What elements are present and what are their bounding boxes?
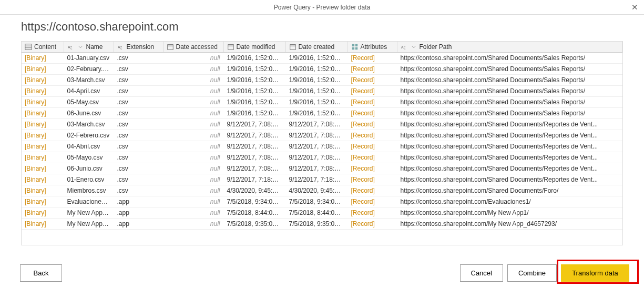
table-row[interactable]: [Binary]My New App.app.appnull7/5/2018, … — [22, 207, 622, 219]
table-row[interactable]: [Binary]06-June.csv.csvnull1/9/2016, 1:5… — [22, 108, 622, 119]
date-icon — [289, 43, 297, 51]
cell-content[interactable]: [Binary] — [22, 53, 64, 64]
table-row[interactable]: [Binary]01-Enero.csv.csvnull9/12/2017, 7… — [22, 174, 622, 185]
cell-content[interactable]: [Binary] — [22, 185, 64, 196]
col-header-attributes[interactable]: Attributes — [347, 42, 397, 53]
table-row[interactable]: [Binary]Miembros.csv.csvnull4/30/2020, 9… — [22, 185, 622, 196]
cell-attributes[interactable]: [Record] — [347, 207, 397, 219]
table-row[interactable]: [Binary]01-January.csv.csvnull1/9/2016, … — [22, 53, 622, 64]
cell-attributes[interactable]: [Record] — [347, 141, 397, 152]
cell-date-accessed: null — [163, 152, 223, 163]
back-button[interactable]: Back — [20, 264, 62, 282]
svg-rect-9 — [167, 45, 173, 50]
transform-data-button[interactable]: Transform data — [561, 264, 629, 282]
cell-attributes[interactable]: [Record] — [347, 108, 397, 119]
cell-date-modified: 9/12/2017, 7:08:00 AM — [223, 152, 285, 163]
table-row[interactable]: [Binary]04-Abril.csv.csvnull9/12/2017, 7… — [22, 141, 622, 152]
cell-date-created: 9/12/2017, 7:08:00 A... — [285, 163, 347, 174]
cell-date-accessed: null — [163, 119, 223, 130]
cancel-button[interactable]: Cancel — [460, 264, 503, 282]
col-header-content[interactable]: Content — [22, 42, 64, 53]
cell-date-modified: 1/9/2016, 1:52:00 PM — [223, 97, 285, 108]
cell-attributes[interactable]: [Record] — [347, 97, 397, 108]
preview-table-container: Content ABC Name ABC Extension Date acce… — [21, 41, 623, 245]
cell-date-modified: 1/9/2016, 1:52:00 PM — [223, 86, 285, 97]
cell-attributes[interactable]: [Record] — [347, 163, 397, 174]
cell-extension: .csv — [114, 152, 163, 163]
cell-date-modified: 9/12/2017, 7:08:00 AM — [223, 141, 285, 152]
table-row[interactable]: [Binary]04-April.csv.csvnull1/9/2016, 1:… — [22, 86, 622, 97]
cell-date-created: 1/9/2016, 1:52:00 PM — [285, 64, 347, 75]
abc-icon: ABC — [67, 43, 75, 51]
cell-date-modified: 1/9/2016, 1:52:00 PM — [223, 53, 285, 64]
cell-extension: .app — [114, 207, 163, 219]
table-row[interactable]: [Binary]02-February.csv.csvnull1/9/2016,… — [22, 64, 622, 75]
date-icon — [227, 43, 234, 51]
table-row[interactable]: [Binary]05-Mayo.csv.csvnull9/12/2017, 7:… — [22, 152, 622, 163]
cell-attributes[interactable]: [Record] — [347, 174, 397, 185]
cell-date-created: 1/9/2016, 1:52:00 PM — [285, 97, 347, 108]
cell-content[interactable]: [Binary] — [22, 207, 64, 219]
cell-folder-path: https://contoso.sharepoint.com/Shared Do… — [397, 75, 622, 86]
table-row[interactable]: [Binary]Evaluaciones.app.appnull7/5/2018… — [22, 196, 622, 207]
cell-date-modified: 7/5/2018, 9:34:00 AM — [223, 196, 285, 207]
svg-text:C: C — [70, 47, 72, 50]
cell-attributes[interactable]: [Record] — [347, 185, 397, 196]
col-header-folder-path[interactable]: ABC Folder Path — [397, 42, 622, 53]
cell-extension: .csv — [114, 97, 163, 108]
cell-content[interactable]: [Binary] — [22, 196, 64, 207]
cell-content[interactable]: [Binary] — [22, 163, 64, 174]
col-header-extension[interactable]: ABC Extension — [114, 42, 163, 53]
cell-extension: .csv — [114, 119, 163, 130]
col-header-date-created[interactable]: Date created — [285, 42, 347, 53]
cell-folder-path: https://contoso.sharepoint.com/My New Ap… — [397, 219, 622, 230]
cell-attributes[interactable]: [Record] — [347, 75, 397, 86]
cell-extension: .csv — [114, 163, 163, 174]
cell-extension: .csv — [114, 141, 163, 152]
col-header-name[interactable]: ABC Name — [64, 42, 114, 53]
table-row[interactable]: [Binary]05-May.csv.csvnull1/9/2016, 1:52… — [22, 97, 622, 108]
cell-content[interactable]: [Binary] — [22, 119, 64, 130]
cell-extension: .csv — [114, 174, 163, 185]
table-row[interactable]: [Binary]My New App.app.appnull7/5/2018, … — [22, 219, 622, 230]
cell-attributes[interactable]: [Record] — [347, 64, 397, 75]
cell-date-modified: 4/30/2020, 9:45:00 AM — [223, 185, 285, 196]
cell-date-modified: 9/12/2017, 7:08:00 AM — [223, 119, 285, 130]
close-icon[interactable]: ✕ — [628, 1, 641, 14]
cell-attributes[interactable]: [Record] — [347, 219, 397, 230]
cell-attributes[interactable]: [Record] — [347, 53, 397, 64]
table-row[interactable]: [Binary]03-March.csv.csvnull9/12/2017, 7… — [22, 119, 622, 130]
cell-content[interactable]: [Binary] — [22, 108, 64, 119]
svg-rect-0 — [25, 44, 32, 50]
cell-date-created: 7/5/2018, 9:35:00 AM — [285, 219, 347, 230]
table-row[interactable]: [Binary]06-Junio.csv.csvnull9/12/2017, 7… — [22, 163, 622, 174]
cell-attributes[interactable]: [Record] — [347, 119, 397, 130]
cell-extension: .csv — [114, 53, 163, 64]
table-row[interactable]: [Binary]02-Febrero.csv.csvnull9/12/2017,… — [22, 130, 622, 141]
col-header-date-modified[interactable]: Date modified — [223, 42, 285, 53]
cell-content[interactable]: [Binary] — [22, 152, 64, 163]
cell-attributes[interactable]: [Record] — [347, 152, 397, 163]
cell-name: 06-June.csv — [64, 108, 114, 119]
cell-content[interactable]: [Binary] — [22, 97, 64, 108]
cell-folder-path: https://contoso.sharepoint.com/Shared Do… — [397, 141, 622, 152]
cell-content[interactable]: [Binary] — [22, 130, 64, 141]
cell-date-accessed: null — [163, 207, 223, 219]
cell-date-accessed: null — [163, 64, 223, 75]
cell-attributes[interactable]: [Record] — [347, 130, 397, 141]
cell-content[interactable]: [Binary] — [22, 64, 64, 75]
cell-content[interactable]: [Binary] — [22, 86, 64, 97]
cell-content[interactable]: [Binary] — [22, 141, 64, 152]
cell-extension: .app — [114, 196, 163, 207]
combine-button[interactable]: Combine — [507, 264, 557, 282]
cell-date-modified: 9/12/2017, 7:08:00 AM — [223, 163, 285, 174]
cell-attributes[interactable]: [Record] — [347, 86, 397, 97]
cell-content[interactable]: [Binary] — [22, 75, 64, 86]
table-row[interactable]: [Binary]03-March.csv.csvnull1/9/2016, 1:… — [22, 75, 622, 86]
col-header-date-accessed[interactable]: Date accessed — [163, 42, 223, 53]
cell-date-created: 1/9/2016, 1:52:00 PM — [285, 75, 347, 86]
cell-attributes[interactable]: [Record] — [347, 196, 397, 207]
cell-content[interactable]: [Binary] — [22, 174, 64, 185]
cell-date-modified: 1/9/2016, 1:52:00 PM — [223, 75, 285, 86]
cell-content[interactable]: [Binary] — [22, 219, 64, 230]
